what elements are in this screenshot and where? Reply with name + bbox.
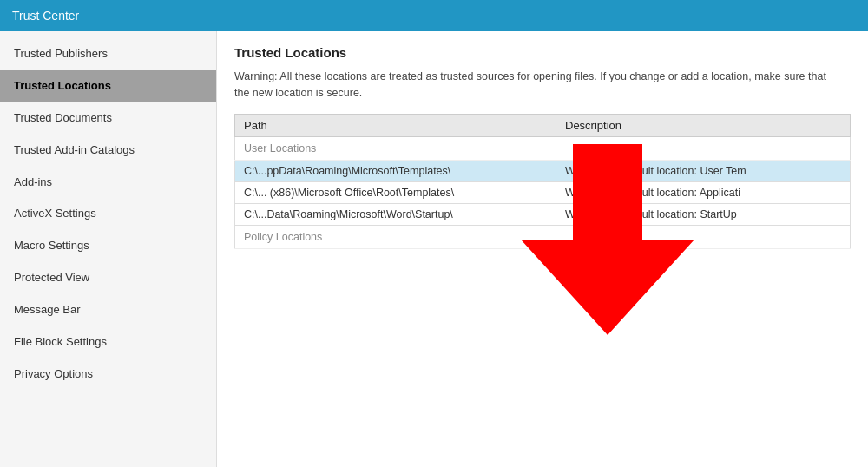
column-path: Path — [235, 114, 556, 136]
cell-path: C:\...ppData\Roaming\Microsoft\Templates… — [235, 160, 556, 181]
section-label-policy-locations: Policy Locations — [235, 225, 851, 248]
content-title: Trusted Locations — [234, 45, 851, 60]
cell-description: Word 2016 default location: User Tem — [556, 160, 851, 181]
title-bar-text: Trust Center — [12, 9, 79, 23]
cell-path: C:\... (x86)\Microsoft Office\Root\Templ… — [235, 181, 556, 203]
table-row[interactable]: C:\... (x86)\Microsoft Office\Root\Templ… — [235, 181, 851, 203]
section-label-user-locations: User Locations — [235, 136, 851, 160]
cell-description: Word 2016 default location: Applicati — [556, 181, 851, 203]
title-bar: Trust Center — [0, 0, 868, 31]
sidebar-item-activex-settings[interactable]: ActiveX Settings — [0, 198, 216, 230]
cell-path: C:\...Data\Roaming\Microsoft\Word\Startu… — [235, 203, 556, 225]
column-description: Description — [556, 114, 851, 136]
sidebar-item-trusted-publishers[interactable]: Trusted Publishers — [0, 38, 216, 70]
cell-description: Word 2016 default location: StartUp — [556, 203, 851, 225]
content-area: Trusted Locations Warning: All these loc… — [217, 31, 868, 467]
sidebar-item-trusted-locations[interactable]: Trusted Locations — [0, 70, 216, 102]
warning-text: Warning: All these locations are treated… — [234, 69, 842, 102]
sidebar-item-protected-view[interactable]: Protected View — [0, 262, 216, 294]
sidebar-item-add-ins[interactable]: Add-ins — [0, 167, 216, 199]
sidebar: Trusted PublishersTrusted LocationsTrust… — [0, 31, 217, 467]
sidebar-item-message-bar[interactable]: Message Bar — [0, 294, 216, 326]
sidebar-item-trusted-documents[interactable]: Trusted Documents — [0, 102, 216, 135]
table-row[interactable]: C:\...ppData\Roaming\Microsoft\Templates… — [235, 160, 851, 181]
locations-table: Path Description User LocationsC:\...ppD… — [234, 114, 851, 249]
sidebar-item-trusted-add-in-catalogs[interactable]: Trusted Add-in Catalogs — [0, 135, 216, 167]
sidebar-item-privacy-options[interactable]: Privacy Options — [0, 358, 216, 391]
table-row[interactable]: C:\...Data\Roaming\Microsoft\Word\Startu… — [235, 203, 851, 225]
main-container: Trusted PublishersTrusted LocationsTrust… — [0, 31, 868, 467]
sidebar-item-file-block-settings[interactable]: File Block Settings — [0, 326, 216, 358]
sidebar-item-macro-settings[interactable]: Macro Settings — [0, 230, 216, 262]
